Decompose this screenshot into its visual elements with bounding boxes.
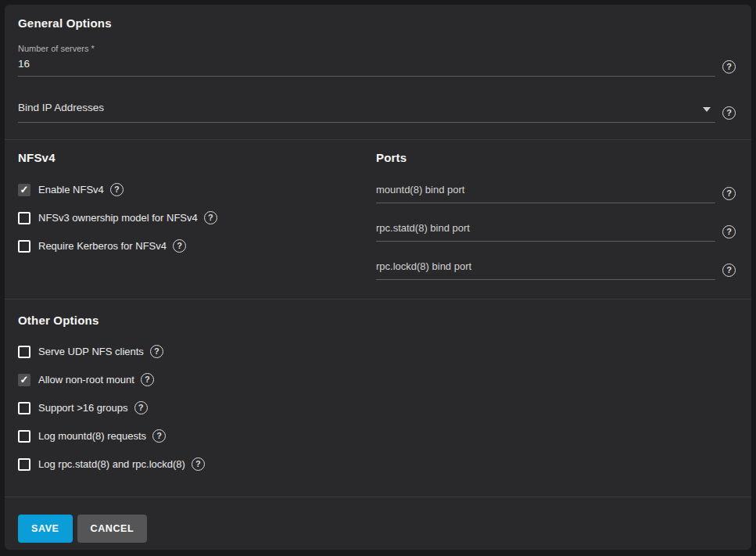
checkbox-label: Log rpc.statd(8) and rpc.lockd(8) [38, 458, 185, 470]
help-icon[interactable]: ? [722, 106, 736, 120]
help-icon[interactable]: ? [722, 264, 736, 277]
checkbox-label: Log mountd(8) requests [38, 430, 146, 442]
checkbox-row-log-mountd[interactable]: Log mountd(8) requests ? [18, 429, 736, 443]
number-of-servers-field[interactable]: Number of servers * 16 [18, 44, 715, 77]
rpc-statd-port-label: rpc.statd(8) bind port [376, 222, 715, 235]
section-columns: NFSv4 Enable NFSv4 ? NFSv3 ownership mod… [5, 140, 751, 299]
section-other-options: Other Options Serve UDP NFS clients ? Al… [5, 300, 751, 497]
section-title-nfsv4: NFSv4 [18, 151, 376, 164]
number-of-servers-label: Number of servers * [18, 44, 715, 54]
nfs-config-card: General Options Number of servers * 16 ?… [5, 5, 751, 550]
checkbox-label: Serve UDP NFS clients [38, 346, 144, 357]
rpc-lockd-port-row: rpc.lockd(8) bind port ? [376, 260, 736, 280]
checkbox[interactable] [18, 374, 30, 386]
save-button[interactable]: SAVE [18, 515, 73, 543]
help-icon[interactable]: ? [141, 373, 154, 386]
rpc-statd-port-field[interactable]: rpc.statd(8) bind port [376, 222, 715, 242]
help-icon[interactable]: ? [173, 239, 186, 253]
bind-ip-select[interactable]: Bind IP Addresses [18, 101, 715, 123]
rpc-lockd-port-field[interactable]: rpc.lockd(8) bind port [376, 260, 715, 280]
help-icon[interactable]: ? [110, 183, 124, 196]
checkbox-row-support-groups[interactable]: Support >16 groups ? [18, 401, 736, 414]
help-icon[interactable]: ? [152, 429, 166, 443]
help-icon[interactable]: ? [722, 225, 736, 239]
checkbox-row-log-rpc[interactable]: Log rpc.statd(8) and rpc.lockd(8) ? [18, 457, 736, 471]
help-icon[interactable]: ? [204, 211, 217, 224]
checkbox-label: Support >16 groups [38, 402, 128, 414]
mountd-port-row: mountd(8) bind port ? [376, 184, 736, 203]
number-of-servers-value[interactable]: 16 [18, 57, 715, 76]
checkbox[interactable] [18, 184, 30, 196]
checkbox[interactable] [18, 458, 30, 471]
bind-ip-label: Bind IP Addresses [18, 101, 715, 115]
section-general-options: General Options Number of servers * 16 ?… [5, 5, 751, 139]
section-title-other: Other Options [18, 314, 736, 327]
checkbox-label: Enable NFSv4 [38, 184, 104, 195]
rpc-statd-port-row: rpc.statd(8) bind port ? [376, 222, 736, 242]
help-icon[interactable]: ? [722, 187, 736, 200]
checkbox-label: Require Kerberos for NFSv4 [38, 240, 167, 252]
checkbox[interactable] [18, 212, 30, 224]
section-nfsv4: NFSv4 Enable NFSv4 ? NFSv3 ownership mod… [18, 151, 376, 280]
section-title-ports: Ports [376, 151, 736, 164]
help-icon[interactable]: ? [192, 457, 205, 471]
checkbox-label: NFSv3 ownership model for NFSv4 [38, 212, 198, 224]
checkbox-row-allow-nonroot[interactable]: Allow non-root mount ? [18, 373, 736, 386]
checkbox-row-enable-nfsv4[interactable]: Enable NFSv4 ? [18, 183, 376, 196]
cancel-button[interactable]: CANCEL [77, 515, 148, 543]
help-icon[interactable]: ? [150, 345, 163, 358]
checkbox[interactable] [18, 430, 30, 443]
checkbox[interactable] [18, 346, 30, 358]
help-icon[interactable]: ? [722, 60, 736, 74]
bind-ip-row: Bind IP Addresses ? [18, 101, 736, 123]
checkbox[interactable] [18, 240, 30, 253]
section-ports: Ports mountd(8) bind port ? rpc.statd(8)… [376, 151, 736, 280]
form-actions: SAVE CANCEL [5, 497, 751, 543]
mountd-port-label: mountd(8) bind port [376, 184, 715, 196]
checkbox[interactable] [18, 402, 30, 414]
mountd-port-field[interactable]: mountd(8) bind port [376, 184, 715, 203]
rpc-lockd-port-label: rpc.lockd(8) bind port [376, 260, 715, 273]
help-icon[interactable]: ? [134, 401, 148, 414]
checkbox-row-require-kerberos[interactable]: Require Kerberos for NFSv4 ? [18, 239, 376, 253]
section-title-general: General Options [18, 16, 736, 30]
number-of-servers-row: Number of servers * 16 ? [18, 44, 736, 77]
chevron-down-icon[interactable] [703, 107, 711, 112]
checkbox-label: Allow non-root mount [38, 374, 134, 386]
checkbox-row-nfsv3-ownership[interactable]: NFSv3 ownership model for NFSv4 ? [18, 211, 376, 224]
checkbox-row-serve-udp[interactable]: Serve UDP NFS clients ? [18, 345, 736, 358]
